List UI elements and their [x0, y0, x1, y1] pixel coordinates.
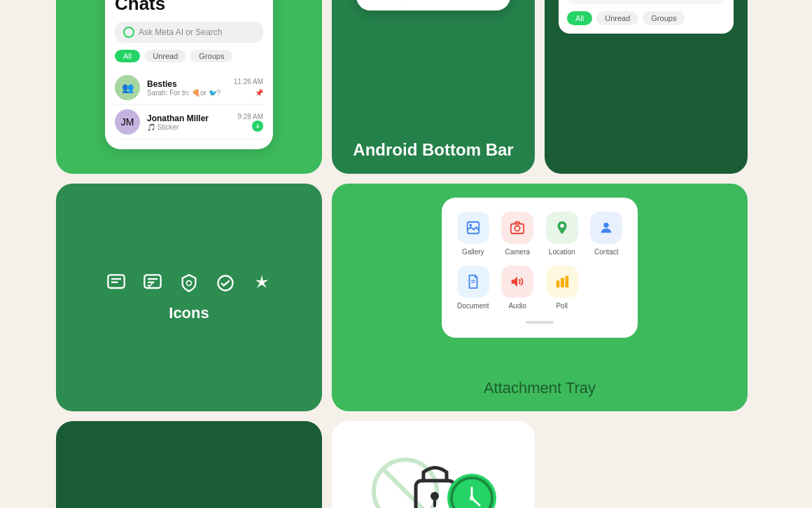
chip-unread[interactable]: Unread — [144, 50, 186, 62]
document-icon-wrap — [457, 266, 489, 298]
chat-item-besties[interactable]: 👥 Besties Sarah: For tn: 🍕or 🐦? 11:26 AM… — [115, 71, 263, 105]
tray-item-contact[interactable]: Contact — [589, 212, 624, 256]
pin-icon: 📌 — [255, 89, 263, 97]
svg-line-9 — [383, 469, 428, 508]
sparkle-icon — [252, 273, 272, 293]
nav-chats[interactable]: 💬 Chats — [372, 0, 389, 1]
besties-meta: 11:26 AM 📌 — [234, 78, 263, 98]
android-bottom-bar-card: ST Steven Thompson ✓✓ Hey! How are you? … — [332, 0, 535, 174]
svg-rect-30 — [561, 278, 564, 288]
jonathan-info: Jonathan Miller 🎵 Sticker — [147, 114, 230, 131]
document-label: Document — [457, 302, 489, 310]
android-phone-mockup: ST Steven Thompson ✓✓ Hey! How are you? … — [356, 0, 510, 11]
fchip-all[interactable]: All — [567, 11, 592, 25]
location-icon-wrap — [546, 212, 578, 244]
camera-label: Camera — [505, 248, 530, 256]
jonathan-preview: 🎵 Sticker — [147, 123, 230, 131]
illustration-svg — [356, 425, 510, 508]
nav-calls[interactable]: 📞 Calls — [480, 0, 494, 1]
filter-phone-mockup: WhatsApp 📷 ⋮ Ask Meta AI or Search All U… — [559, 0, 734, 34]
svg-point-22 — [469, 224, 472, 227]
illustration-artwork — [356, 421, 510, 508]
ios-top-bar-card: iOS Top Bar ••• 📷 + Chats Ask Meta AI or… — [56, 0, 322, 174]
svg-point-24 — [515, 226, 520, 231]
chip-groups[interactable]: Groups — [190, 50, 232, 62]
tray-item-document[interactable]: Document — [456, 266, 491, 310]
tray-items-grid: Gallery Camera Location — [456, 212, 624, 310]
audio-icon-wrap — [501, 266, 533, 298]
android-title-text: Android Bottom Bar — [353, 140, 513, 159]
gallery-icon-wrap — [457, 212, 489, 244]
attachment-tray-card: Gallery Camera Location — [332, 184, 748, 411]
filter-chips: All Unread Groups — [567, 11, 725, 25]
fchip-unread[interactable]: Unread — [596, 11, 638, 25]
ios-search-bar[interactable]: Ask Meta AI or Search — [115, 22, 263, 43]
fchip-groups[interactable]: Groups — [643, 11, 685, 25]
svg-point-26 — [604, 223, 609, 228]
gallery-label: Gallery — [462, 248, 484, 256]
svg-point-17 — [470, 496, 474, 500]
besties-info: Besties Sarah: For tn: 🍕or 🐦? — [147, 79, 227, 97]
main-grid: iOS Top Bar ••• 📷 + Chats Ask Meta AI or… — [35, 0, 777, 508]
tray-item-gallery[interactable]: Gallery — [456, 212, 491, 256]
svg-rect-29 — [556, 280, 560, 287]
besties-time: 11:26 AM — [234, 78, 263, 85]
location-label: Location — [549, 248, 575, 256]
svg-point-6 — [187, 280, 192, 285]
icons-display-row — [106, 273, 272, 293]
jonathan-avatar: JM — [115, 109, 140, 135]
filter-search-bar[interactable]: Ask Meta AI or Search — [567, 0, 725, 4]
chat-filters-card: Chat Filters WhatsApp 📷 ⋮ Ask Meta AI or… — [545, 0, 748, 174]
attachment-card-title: Attachment Tray — [484, 379, 596, 397]
jonathan-time: 9:28 AM — [237, 113, 263, 121]
contact-icon-wrap — [590, 212, 622, 244]
jonathan-meta: 9:28 AM 4 — [237, 113, 263, 132]
chip-all[interactable]: All — [115, 50, 140, 62]
jonathan-name: Jonathan Miller — [147, 114, 230, 123]
jonathan-badge: 4 — [252, 121, 263, 132]
attachment-tray-mockup: Gallery Camera Location — [442, 198, 638, 338]
android-card-title: Android Bottom Bar — [353, 140, 513, 160]
message-icon — [106, 273, 126, 293]
svg-point-25 — [560, 224, 564, 228]
camera-icon-wrap — [501, 212, 533, 244]
ios-phone-mockup: ••• 📷 + Chats Ask Meta AI or Search All … — [105, 0, 273, 149]
chat-item-jonathan[interactable]: JM Jonathan Miller 🎵 Sticker 9:28 AM 4 — [115, 105, 263, 139]
chats-nav-label: Chats — [372, 0, 389, 1]
svg-rect-31 — [565, 276, 568, 288]
audio-label: Audio — [508, 302, 526, 310]
updates-nav-label: Updates — [399, 0, 423, 1]
poll-label: Poll — [556, 302, 568, 310]
check-circle-icon — [216, 273, 235, 293]
android-nav-bar: 💬 Chats ⏰ Updates 👥 Communities 📞 Calls — [368, 0, 499, 4]
poll-icon-wrap — [546, 266, 578, 298]
contact-label: Contact — [594, 248, 618, 256]
nav-updates[interactable]: ⏰ Updates — [399, 0, 423, 1]
nav-communities[interactable]: 👥 Communities — [433, 0, 470, 1]
tray-item-location[interactable]: Location — [545, 212, 580, 256]
communities-nav-label: Communities — [433, 0, 470, 1]
tray-item-audio[interactable]: Audio — [500, 266, 536, 310]
tray-item-camera[interactable]: Camera — [500, 212, 536, 256]
shield-icon — [179, 273, 199, 293]
tray-drag-handle — [526, 321, 554, 324]
illustrations-card: Illustrations — [332, 421, 535, 508]
chats-heading: Chats — [115, 0, 263, 15]
icons-card: Icons — [56, 184, 322, 411]
besties-avatar: 👥 — [115, 75, 140, 100]
colors-card: Colors — [56, 421, 322, 508]
calls-nav-label: Calls — [480, 0, 494, 1]
search-placeholder-text: Ask Meta AI or Search — [139, 27, 222, 37]
list-icon — [143, 273, 162, 293]
besties-name: Besties — [147, 79, 227, 89]
besties-preview: Sarah: For tn: 🍕or 🐦? — [147, 89, 227, 97]
icons-card-title: Icons — [169, 304, 209, 322]
filter-chips-row: All Unread Groups — [115, 50, 263, 62]
meta-ai-search-icon — [123, 27, 134, 38]
tray-item-poll[interactable]: Poll — [545, 266, 580, 310]
